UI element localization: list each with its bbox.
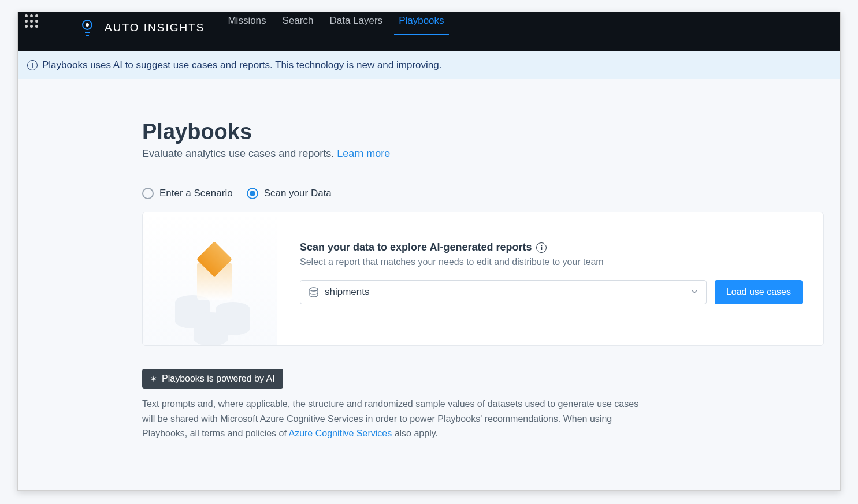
dataset-select[interactable]: shipments [300,280,707,304]
radio-label: Enter a Scenario [159,188,233,199]
radio-scan-data[interactable]: Scan your Data [247,188,332,199]
page-subtitle: Evaluate analytics use cases and reports… [142,148,824,160]
radio-circle-icon [142,188,154,199]
ai-disclaimer: Text prompts and, where applicable, the … [142,397,651,441]
info-banner: i Playbooks uses AI to suggest use cases… [18,51,840,79]
top-nav: AUTO INSIGHTS Missions Search Data Layer… [18,12,840,51]
card-subtitle: Select a report that matches your needs … [300,257,803,267]
apps-grid-icon[interactable] [24,13,40,29]
chevron-down-icon [691,288,698,297]
learn-more-link[interactable]: Learn more [337,148,390,159]
radio-enter-scenario[interactable]: Enter a Scenario [142,188,233,199]
azure-link[interactable]: Azure Cognitive Services [288,428,392,438]
card-title: Scan your data to explore AI-generated r… [300,241,532,253]
ai-powered-badge: ✶ Playbooks is powered by AI [142,369,283,389]
radio-circle-icon [247,188,258,199]
page-title: Playbooks [142,120,824,144]
radio-label: Scan your Data [264,188,332,199]
brand-name: AUTO INSIGHTS [105,21,205,34]
load-use-cases-button[interactable]: Load use cases [715,280,803,304]
sparkle-icon: ✶ [150,374,157,383]
info-icon[interactable]: i [536,242,547,253]
info-banner-text: Playbooks uses AI to suggest use cases a… [42,59,441,71]
nav-data-layers[interactable]: Data Layers [321,12,391,51]
info-icon: i [27,60,38,70]
lightbulb-icon [80,19,94,36]
ai-badge-text: Playbooks is powered by AI [162,374,275,384]
svg-point-1 [86,23,89,27]
mode-radio-group: Enter a Scenario Scan your Data [142,188,824,199]
svg-point-4 [310,288,318,291]
nav-playbooks[interactable]: Playbooks [391,12,452,51]
scan-data-card: Scan your data to explore AI-generated r… [142,212,824,346]
database-icon [309,287,319,297]
nav-missions[interactable]: Missions [220,12,274,51]
card-illustration [143,212,277,345]
select-value: shipments [325,286,691,298]
nav-search[interactable]: Search [274,12,322,51]
